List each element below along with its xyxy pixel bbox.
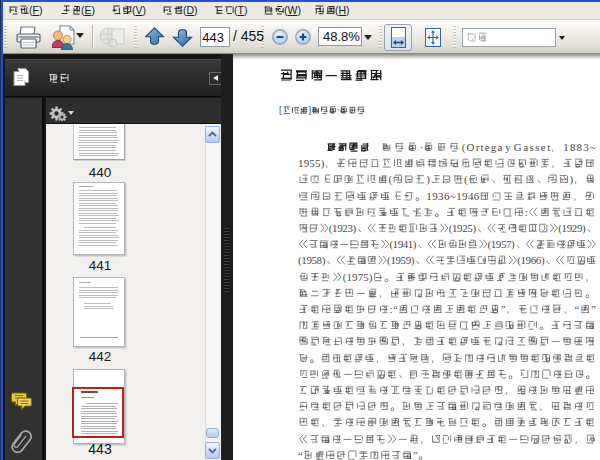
svg-text:“: “ xyxy=(298,448,303,460)
svg-text::“: :“ xyxy=(390,303,398,315)
svg-text:1883~: 1883~ xyxy=(563,141,596,153)
svg-text::: : xyxy=(525,205,528,217)
svg-text:·: · xyxy=(420,141,424,153)
svg-text:(: ( xyxy=(389,173,393,186)
svg-text:(1941): (1941) xyxy=(389,238,416,251)
svg-text:(1929): (1929) xyxy=(558,222,586,235)
svg-text:(1958): (1958) xyxy=(298,254,326,267)
svg-text:(: ( xyxy=(464,173,468,186)
svg-text:(1966): (1966) xyxy=(517,254,545,267)
svg-text:1936~1946: 1936~1946 xyxy=(426,189,480,201)
svg-text:(1923): (1923) xyxy=(329,222,357,235)
svg-text:1955): 1955) xyxy=(298,157,325,170)
svg-text:(1975): (1975) xyxy=(343,270,373,283)
svg-text:y: y xyxy=(505,141,511,153)
svg-text:): ) xyxy=(426,173,430,186)
svg-text:): ) xyxy=(570,173,574,186)
svg-text:“: “ xyxy=(574,303,579,315)
svg-text:[: [ xyxy=(279,105,282,115)
svg-text:(1925): (1925) xyxy=(449,222,477,235)
svg-text:(Ortega: (Ortega xyxy=(462,141,503,154)
svg-text:”: ” xyxy=(591,303,596,315)
svg-text:(1957): (1957) xyxy=(488,238,515,251)
svg-text:”: ” xyxy=(501,303,506,315)
svg-text:”: ” xyxy=(413,448,418,460)
svg-text:·: · xyxy=(337,105,340,115)
svg-text:]: ] xyxy=(308,105,311,115)
svg-text:Gasset: Gasset xyxy=(514,141,550,153)
svg-text:(1959): (1959) xyxy=(387,254,415,267)
